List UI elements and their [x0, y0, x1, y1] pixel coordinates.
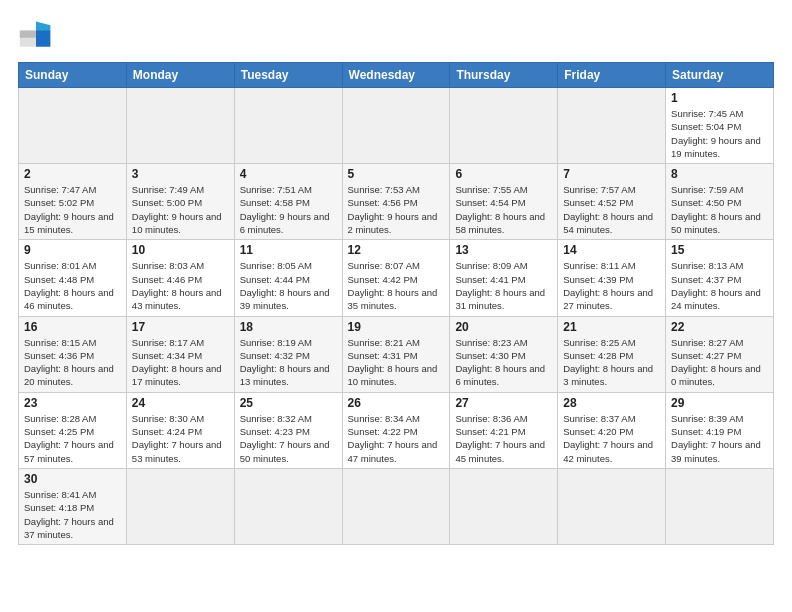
day-cell: 27Sunrise: 8:36 AM Sunset: 4:21 PM Dayli…: [450, 392, 558, 468]
day-number: 13: [455, 243, 552, 257]
day-cell: 22Sunrise: 8:27 AM Sunset: 4:27 PM Dayli…: [666, 316, 774, 392]
day-cell: [19, 88, 127, 164]
day-cell: [234, 468, 342, 544]
day-number: 17: [132, 320, 229, 334]
day-cell: [342, 468, 450, 544]
day-cell: 23Sunrise: 8:28 AM Sunset: 4:25 PM Dayli…: [19, 392, 127, 468]
week-row-2: 9Sunrise: 8:01 AM Sunset: 4:48 PM Daylig…: [19, 240, 774, 316]
day-number: 5: [348, 167, 445, 181]
day-info: Sunrise: 8:37 AM Sunset: 4:20 PM Dayligh…: [563, 412, 660, 465]
day-number: 2: [24, 167, 121, 181]
day-number: 29: [671, 396, 768, 410]
day-number: 3: [132, 167, 229, 181]
weekday-tuesday: Tuesday: [234, 63, 342, 88]
day-info: Sunrise: 7:55 AM Sunset: 4:54 PM Dayligh…: [455, 183, 552, 236]
page: SundayMondayTuesdayWednesdayThursdayFrid…: [0, 0, 792, 612]
day-info: Sunrise: 8:25 AM Sunset: 4:28 PM Dayligh…: [563, 336, 660, 389]
day-number: 30: [24, 472, 121, 486]
day-number: 21: [563, 320, 660, 334]
day-number: 12: [348, 243, 445, 257]
day-info: Sunrise: 7:49 AM Sunset: 5:00 PM Dayligh…: [132, 183, 229, 236]
day-cell: 18Sunrise: 8:19 AM Sunset: 4:32 PM Dayli…: [234, 316, 342, 392]
day-info: Sunrise: 7:59 AM Sunset: 4:50 PM Dayligh…: [671, 183, 768, 236]
day-number: 16: [24, 320, 121, 334]
day-info: Sunrise: 8:19 AM Sunset: 4:32 PM Dayligh…: [240, 336, 337, 389]
day-cell: 12Sunrise: 8:07 AM Sunset: 4:42 PM Dayli…: [342, 240, 450, 316]
day-number: 14: [563, 243, 660, 257]
day-cell: 1Sunrise: 7:45 AM Sunset: 5:04 PM Daylig…: [666, 88, 774, 164]
day-cell: 24Sunrise: 8:30 AM Sunset: 4:24 PM Dayli…: [126, 392, 234, 468]
day-cell: [450, 468, 558, 544]
day-number: 4: [240, 167, 337, 181]
day-info: Sunrise: 8:27 AM Sunset: 4:27 PM Dayligh…: [671, 336, 768, 389]
day-number: 25: [240, 396, 337, 410]
week-row-1: 2Sunrise: 7:47 AM Sunset: 5:02 PM Daylig…: [19, 164, 774, 240]
day-cell: [450, 88, 558, 164]
day-number: 15: [671, 243, 768, 257]
weekday-thursday: Thursday: [450, 63, 558, 88]
svg-marker-3: [36, 22, 50, 31]
week-row-3: 16Sunrise: 8:15 AM Sunset: 4:36 PM Dayli…: [19, 316, 774, 392]
day-info: Sunrise: 8:30 AM Sunset: 4:24 PM Dayligh…: [132, 412, 229, 465]
day-info: Sunrise: 8:07 AM Sunset: 4:42 PM Dayligh…: [348, 259, 445, 312]
weekday-monday: Monday: [126, 63, 234, 88]
day-cell: 11Sunrise: 8:05 AM Sunset: 4:44 PM Dayli…: [234, 240, 342, 316]
day-cell: [558, 88, 666, 164]
day-cell: 4Sunrise: 7:51 AM Sunset: 4:58 PM Daylig…: [234, 164, 342, 240]
day-info: Sunrise: 8:13 AM Sunset: 4:37 PM Dayligh…: [671, 259, 768, 312]
day-cell: [126, 88, 234, 164]
day-number: 10: [132, 243, 229, 257]
day-number: 26: [348, 396, 445, 410]
day-cell: 5Sunrise: 7:53 AM Sunset: 4:56 PM Daylig…: [342, 164, 450, 240]
day-cell: 21Sunrise: 8:25 AM Sunset: 4:28 PM Dayli…: [558, 316, 666, 392]
day-info: Sunrise: 8:34 AM Sunset: 4:22 PM Dayligh…: [348, 412, 445, 465]
day-cell: 17Sunrise: 8:17 AM Sunset: 4:34 PM Dayli…: [126, 316, 234, 392]
day-info: Sunrise: 8:32 AM Sunset: 4:23 PM Dayligh…: [240, 412, 337, 465]
day-info: Sunrise: 8:41 AM Sunset: 4:18 PM Dayligh…: [24, 488, 121, 541]
day-cell: 16Sunrise: 8:15 AM Sunset: 4:36 PM Dayli…: [19, 316, 127, 392]
day-info: Sunrise: 8:01 AM Sunset: 4:48 PM Dayligh…: [24, 259, 121, 312]
weekday-header-row: SundayMondayTuesdayWednesdayThursdayFrid…: [19, 63, 774, 88]
day-cell: [342, 88, 450, 164]
day-cell: 26Sunrise: 8:34 AM Sunset: 4:22 PM Dayli…: [342, 392, 450, 468]
day-cell: [666, 468, 774, 544]
week-row-0: 1Sunrise: 7:45 AM Sunset: 5:04 PM Daylig…: [19, 88, 774, 164]
logo-icon: [18, 18, 54, 54]
day-cell: 2Sunrise: 7:47 AM Sunset: 5:02 PM Daylig…: [19, 164, 127, 240]
day-number: 19: [348, 320, 445, 334]
day-info: Sunrise: 8:36 AM Sunset: 4:21 PM Dayligh…: [455, 412, 552, 465]
day-number: 11: [240, 243, 337, 257]
day-cell: 7Sunrise: 7:57 AM Sunset: 4:52 PM Daylig…: [558, 164, 666, 240]
day-info: Sunrise: 8:23 AM Sunset: 4:30 PM Dayligh…: [455, 336, 552, 389]
day-info: Sunrise: 7:57 AM Sunset: 4:52 PM Dayligh…: [563, 183, 660, 236]
day-info: Sunrise: 8:28 AM Sunset: 4:25 PM Dayligh…: [24, 412, 121, 465]
header: [18, 18, 774, 54]
day-info: Sunrise: 8:39 AM Sunset: 4:19 PM Dayligh…: [671, 412, 768, 465]
day-number: 7: [563, 167, 660, 181]
day-info: Sunrise: 8:09 AM Sunset: 4:41 PM Dayligh…: [455, 259, 552, 312]
day-info: Sunrise: 7:51 AM Sunset: 4:58 PM Dayligh…: [240, 183, 337, 236]
week-row-5: 30Sunrise: 8:41 AM Sunset: 4:18 PM Dayli…: [19, 468, 774, 544]
day-cell: 8Sunrise: 7:59 AM Sunset: 4:50 PM Daylig…: [666, 164, 774, 240]
day-cell: 28Sunrise: 8:37 AM Sunset: 4:20 PM Dayli…: [558, 392, 666, 468]
day-number: 28: [563, 396, 660, 410]
logo: [18, 18, 60, 54]
day-number: 6: [455, 167, 552, 181]
day-info: Sunrise: 7:53 AM Sunset: 4:56 PM Dayligh…: [348, 183, 445, 236]
day-cell: 15Sunrise: 8:13 AM Sunset: 4:37 PM Dayli…: [666, 240, 774, 316]
day-cell: [558, 468, 666, 544]
day-number: 1: [671, 91, 768, 105]
day-number: 22: [671, 320, 768, 334]
day-number: 24: [132, 396, 229, 410]
day-info: Sunrise: 8:17 AM Sunset: 4:34 PM Dayligh…: [132, 336, 229, 389]
day-number: 8: [671, 167, 768, 181]
calendar: SundayMondayTuesdayWednesdayThursdayFrid…: [18, 62, 774, 545]
weekday-wednesday: Wednesday: [342, 63, 450, 88]
weekday-saturday: Saturday: [666, 63, 774, 88]
day-cell: 20Sunrise: 8:23 AM Sunset: 4:30 PM Dayli…: [450, 316, 558, 392]
day-info: Sunrise: 8:05 AM Sunset: 4:44 PM Dayligh…: [240, 259, 337, 312]
weekday-sunday: Sunday: [19, 63, 127, 88]
day-cell: [126, 468, 234, 544]
week-row-4: 23Sunrise: 8:28 AM Sunset: 4:25 PM Dayli…: [19, 392, 774, 468]
day-info: Sunrise: 8:15 AM Sunset: 4:36 PM Dayligh…: [24, 336, 121, 389]
